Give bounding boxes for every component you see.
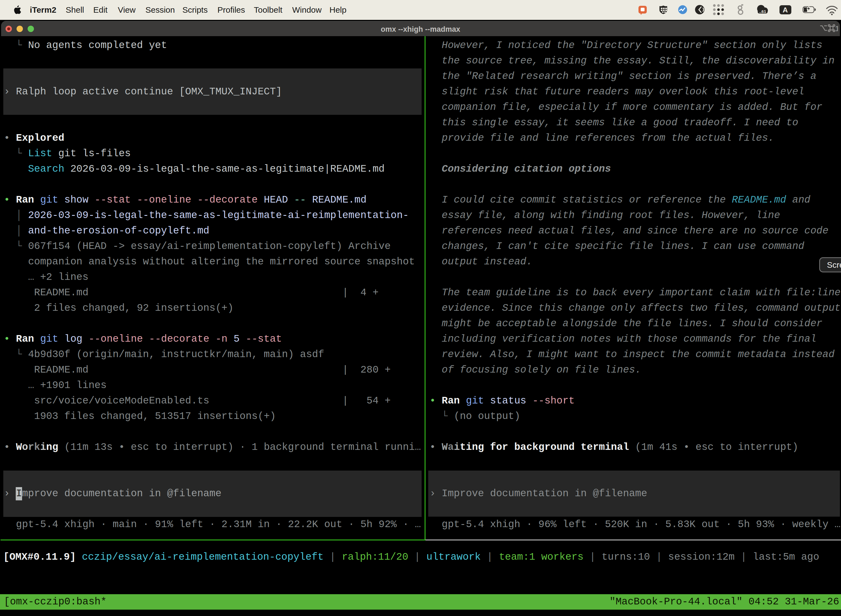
svg-text:A: A bbox=[783, 6, 788, 14]
svg-text:1: 1 bbox=[835, 25, 838, 32]
svg-text:..61: ..61 bbox=[759, 9, 766, 14]
